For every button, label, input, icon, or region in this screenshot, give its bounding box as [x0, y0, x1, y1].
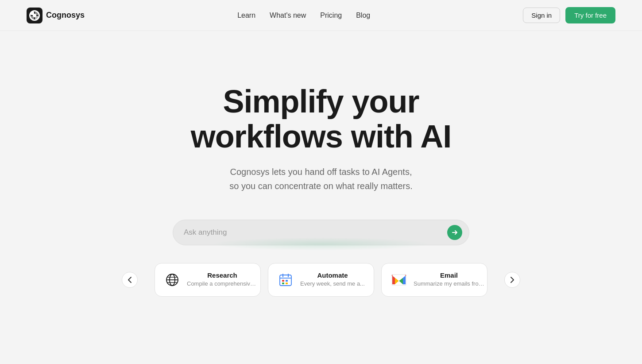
suggestion-card-automate[interactable]: Automate Every week, send me a...	[268, 263, 374, 297]
suggestions-carousel: Research Compile a comprehensive...	[122, 259, 520, 300]
carousel-next-button[interactable]	[504, 272, 520, 288]
logo-text: Cognosys	[46, 11, 85, 20]
email-card-title: Email	[414, 271, 484, 279]
research-icon-wrap	[164, 271, 181, 288]
svg-rect-13	[282, 280, 284, 282]
logo-icon	[27, 8, 43, 23]
hero-title: Simplify your workflows with AI	[191, 84, 451, 154]
suggestion-card-research[interactable]: Research Compile a comprehensive...	[155, 263, 261, 297]
svg-rect-1	[35, 12, 39, 15]
carousel-prev-button[interactable]	[122, 272, 138, 288]
nav-links: Learn What's new Pricing Blog	[237, 12, 370, 19]
research-card-title: Research	[187, 271, 258, 279]
nav-link-learn[interactable]: Learn	[237, 12, 255, 19]
svg-rect-14	[286, 280, 288, 282]
gmail-icon	[391, 274, 406, 286]
try-free-button[interactable]: Try for free	[565, 7, 615, 23]
svg-rect-3	[35, 16, 39, 19]
svg-rect-0	[31, 12, 34, 15]
suggestion-card-email[interactable]: Email Summarize my emails from...	[381, 263, 487, 297]
calendar-icon	[278, 273, 293, 287]
automate-icon-wrap	[277, 271, 294, 288]
navbar-actions: Sign in Try for free	[523, 7, 615, 23]
globe-icon	[165, 273, 179, 287]
cards-container: Research Compile a comprehensive...	[138, 259, 504, 300]
research-card-text: Research Compile a comprehensive...	[187, 271, 258, 287]
nav-link-whats-new[interactable]: What's new	[270, 12, 306, 19]
logo[interactable]: Cognosys	[27, 8, 85, 23]
nav-link-blog[interactable]: Blog	[356, 12, 370, 19]
nav-link-pricing[interactable]: Pricing	[320, 12, 342, 19]
search-container	[173, 220, 469, 245]
hero-section: Simplify your workflows with AI Cognosys…	[0, 31, 642, 327]
search-input[interactable]	[173, 220, 469, 245]
automate-card-title: Automate	[300, 271, 365, 279]
signin-button[interactable]: Sign in	[523, 8, 560, 23]
email-card-desc: Summarize my emails from...	[414, 280, 484, 287]
email-icon-wrap	[391, 271, 407, 288]
automate-card-desc: Every week, send me a...	[300, 280, 365, 287]
automate-card-text: Automate Every week, send me a...	[300, 271, 365, 287]
email-card-text: Email Summarize my emails from...	[414, 271, 484, 287]
svg-rect-16	[286, 283, 288, 284]
navbar: Cognosys Learn What's new Pricing Blog S…	[0, 0, 642, 31]
hero-subtitle: Cognosys lets you hand off tasks to AI A…	[229, 165, 413, 193]
research-card-desc: Compile a comprehensive...	[187, 280, 258, 287]
svg-rect-15	[282, 283, 284, 284]
search-submit-button[interactable]	[447, 225, 462, 240]
svg-rect-2	[31, 16, 34, 19]
